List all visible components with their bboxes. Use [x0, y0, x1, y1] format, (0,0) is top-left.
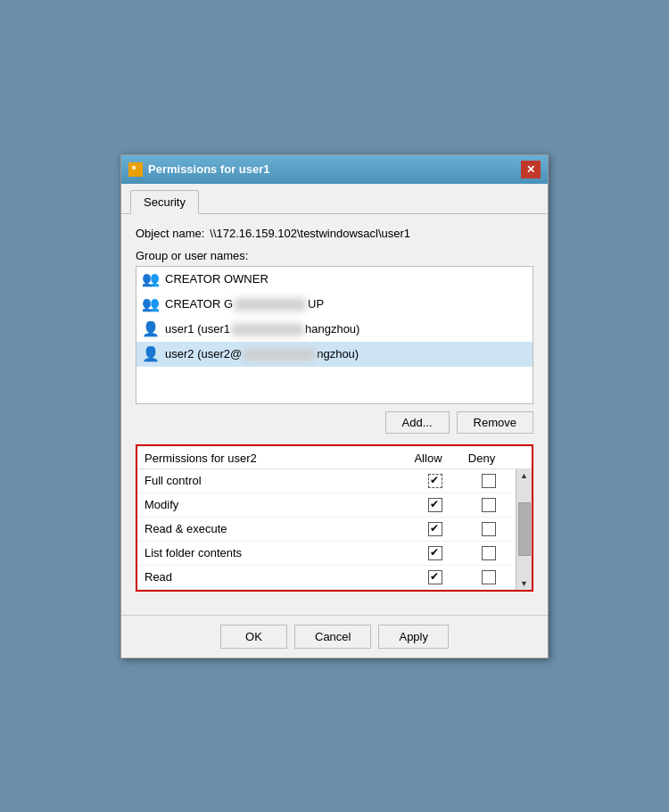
allow-read-checkbox[interactable] [428, 570, 442, 584]
scroll-up-arrow[interactable]: ▲ [520, 471, 528, 480]
allow-read-execute-cell [409, 517, 462, 541]
cancel-button[interactable]: Cancel [294, 625, 371, 649]
user-item-creator-owner[interactable]: CREATOR OWNER [136, 267, 533, 292]
scroll-thumb[interactable] [518, 502, 531, 556]
allow-read-cell [409, 565, 462, 589]
svg-rect-1 [132, 166, 136, 170]
deny-read-execute-cell [462, 517, 516, 541]
allow-modify-checkbox[interactable] [428, 498, 442, 512]
permissions-title: Permissions for user2 [145, 452, 401, 465]
user-item-user2[interactable]: user2 (user2@ngzhou) [136, 342, 533, 367]
allow-header: Allow [401, 452, 455, 465]
table-row: Modify [137, 493, 516, 517]
permissions-scrollbar[interactable]: ▲ ▼ [516, 469, 532, 590]
title-bar-left: Permissions for user1 [128, 162, 270, 177]
blurred-text [235, 299, 306, 311]
window-icon [128, 162, 143, 177]
user-name-user1: user1 (user1hangzhou) [165, 322, 359, 336]
deny-read-cell [462, 565, 516, 589]
allow-list-folder-cell [409, 541, 462, 565]
user-name-creator-owner: CREATOR OWNER [165, 272, 268, 286]
ok-button[interactable]: OK [220, 625, 287, 649]
permissions-dialog: Permissions for user1 ✕ Security Object … [120, 154, 549, 659]
tab-bar: Security [121, 184, 548, 214]
user-item-user1[interactable]: user1 (user1hangzhou) [136, 317, 533, 342]
close-button[interactable]: ✕ [521, 161, 541, 178]
deny-full-control-cell [462, 469, 516, 493]
deny-full-control-checkbox[interactable] [482, 474, 496, 488]
table-row: List folder contents [137, 541, 516, 565]
user-icon [142, 345, 160, 363]
user-name-creator-group: CREATOR GUP [165, 297, 324, 311]
apply-button[interactable]: Apply [378, 625, 449, 649]
users-listbox[interactable]: CREATOR OWNER CREATOR GUP user1 (user1ha… [136, 266, 533, 404]
deny-modify-cell [462, 493, 516, 517]
user-name-user2: user2 (user2@ngzhou) [165, 347, 359, 360]
allow-modify-cell [409, 493, 462, 517]
add-button[interactable]: Add... [385, 411, 450, 434]
object-name-row: Object name: \\172.16.159.102\testwindow… [136, 227, 533, 240]
dialog-title: Permissions for user1 [148, 162, 270, 176]
table-row: Read & execute [137, 517, 516, 541]
allow-full-control-cell [409, 469, 462, 493]
group-users-label: Group or user names: [136, 249, 533, 262]
blurred-text [244, 349, 315, 360]
allow-list-folder-checkbox[interactable] [428, 546, 442, 560]
allow-read-execute-checkbox[interactable] [428, 522, 442, 536]
permissions-table: Full control [137, 469, 516, 590]
dialog-body: Security Object name: \\172.16.159.102\t… [121, 184, 548, 615]
table-row: Full control [137, 469, 516, 493]
title-bar: Permissions for user1 ✕ [121, 155, 548, 184]
perm-name-read: Read [137, 565, 409, 589]
perm-name-read-execute: Read & execute [137, 517, 409, 541]
deny-list-folder-checkbox[interactable] [482, 546, 496, 560]
scroll-down-arrow[interactable]: ▼ [520, 579, 528, 588]
deny-list-folder-cell [462, 541, 516, 565]
permissions-section: Permissions for user2 Allow Deny Full co… [136, 444, 533, 592]
remove-button[interactable]: Remove [457, 411, 533, 434]
table-row: Read [137, 565, 516, 589]
object-name-label: Object name: [136, 227, 204, 240]
user-icon [142, 320, 160, 338]
content-area: Object name: \\172.16.159.102\testwindow… [121, 214, 548, 615]
user-item-creator-group[interactable]: CREATOR GUP [136, 292, 533, 317]
object-name-value: \\172.16.159.102\testwindowsacl\user1 [210, 227, 410, 240]
tab-security[interactable]: Security [130, 190, 199, 214]
dialog-footer: OK Cancel Apply [121, 615, 548, 658]
add-remove-row: Add... Remove [136, 411, 533, 434]
perm-name-modify: Modify [137, 493, 409, 517]
deny-read-execute-checkbox[interactable] [482, 522, 496, 536]
deny-modify-checkbox[interactable] [482, 498, 496, 512]
deny-header: Deny [455, 452, 508, 465]
permissions-header: Permissions for user2 Allow Deny [137, 446, 532, 469]
blurred-text [232, 324, 303, 336]
permissions-table-wrap: Full control [137, 469, 532, 590]
perm-name-full-control: Full control [137, 469, 409, 493]
group-icon [142, 295, 160, 313]
group-icon [142, 270, 160, 288]
perm-name-list-folder: List folder contents [137, 541, 409, 565]
allow-full-control-checkbox[interactable] [428, 474, 442, 488]
deny-read-checkbox[interactable] [482, 570, 496, 584]
